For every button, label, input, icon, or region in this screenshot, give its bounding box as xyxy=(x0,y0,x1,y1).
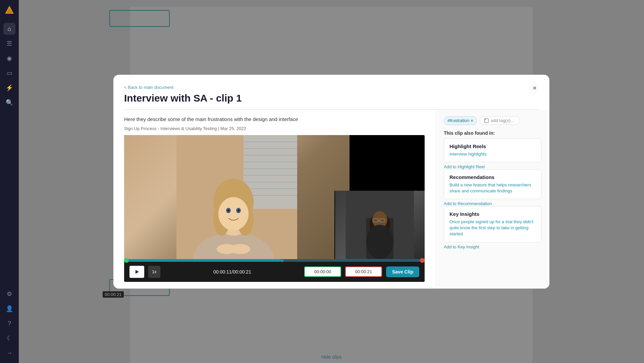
recommendations-title: Recommendations xyxy=(449,174,536,180)
svg-marker-33 xyxy=(136,270,139,274)
video-container: 1x 00:00:11/00:00:21 Save Clip xyxy=(124,135,425,282)
sidebar: ⌂ ☰ ◉ ▭ ⚡ 🔍 ⚙ 👤 ? ☾ → xyxy=(0,0,19,363)
sidebar-item-help[interactable]: ? xyxy=(3,317,15,329)
sidebar-item-insights[interactable]: ◉ xyxy=(3,52,15,64)
tag-chip-frustration[interactable]: #frustration × xyxy=(444,116,477,125)
sidebar-item-document[interactable]: ☰ xyxy=(3,38,15,50)
add-tag-placeholder: add tag(s)... xyxy=(491,118,514,123)
tag-chip-label: #frustration xyxy=(447,118,469,123)
progress-start-marker[interactable] xyxy=(124,258,129,263)
add-tag-input[interactable]: add tag(s)... xyxy=(480,116,520,125)
highlight-reels-card: Highlight Reels Interview highlights xyxy=(444,138,541,162)
add-to-recommendation-link[interactable]: Add to Recommendation xyxy=(444,201,541,206)
video-controls: 1x 00:00:11/00:00:21 Save Clip xyxy=(124,262,425,282)
progress-fill xyxy=(124,259,280,262)
tags-row: #frustration × add tag(s)... xyxy=(444,116,541,125)
time-display: 00:00:11/00:00:21 xyxy=(164,269,300,275)
play-icon xyxy=(134,269,140,275)
main-area: 00:00:21 Hide clips < Back to main docum… xyxy=(19,0,644,363)
clip-modal: < Back to main document Interview with S… xyxy=(113,75,549,289)
modal-title: Interview with SA - clip 1 xyxy=(124,93,539,104)
svg-point-18 xyxy=(218,197,249,231)
back-link[interactable]: < Back to main document xyxy=(124,85,173,90)
sidebar-item-notes[interactable]: ▭ xyxy=(3,67,15,79)
clip-start-input[interactable] xyxy=(304,266,341,277)
sidebar-item-profile[interactable]: 👤 xyxy=(3,303,15,315)
modal-body: Here they describe some of the main frus… xyxy=(113,110,549,289)
clip-meta: Sign Up Process - Interviews & Usability… xyxy=(124,126,425,131)
key-insights-card: Key Insights Once people signed up for a… xyxy=(444,206,541,242)
sidebar-item-activity[interactable]: ⚡ xyxy=(3,82,15,94)
modal-header: < Back to main document Interview with S… xyxy=(113,75,549,109)
modal-overlay: < Back to main document Interview with S… xyxy=(19,0,644,363)
svg-point-21 xyxy=(227,209,229,211)
left-panel: Here they describe some of the main frus… xyxy=(113,110,435,289)
sidebar-item-settings[interactable]: ⚙ xyxy=(3,288,15,300)
highlight-reels-link[interactable]: Interview highlights xyxy=(449,151,536,157)
svg-rect-34 xyxy=(484,119,488,123)
add-to-key-insight-link[interactable]: Add to Key Insight xyxy=(444,244,541,249)
svg-point-35 xyxy=(485,119,486,120)
key-insights-link[interactable]: Once people signed up for a trial they d… xyxy=(449,219,536,237)
secondary-person-silhouette xyxy=(335,191,425,259)
video-main-person xyxy=(124,135,350,259)
tag-chip-remove-icon[interactable]: × xyxy=(471,118,473,123)
sidebar-item-home[interactable]: ⌂ xyxy=(3,23,15,35)
found-in-section: This clip also found in: Highlight Reels… xyxy=(444,130,541,249)
close-button[interactable]: × xyxy=(529,83,540,94)
progress-current-marker[interactable] xyxy=(280,259,284,262)
recommendations-card: Recommendations Build a new feature that… xyxy=(444,169,541,199)
right-panel: #frustration × add tag(s)... xyxy=(435,110,549,289)
tag-icon xyxy=(484,118,489,123)
clip-end-input[interactable] xyxy=(345,266,382,277)
save-clip-button[interactable]: Save Clip xyxy=(386,266,419,277)
main-person-silhouette xyxy=(176,135,297,259)
video-frame xyxy=(124,135,425,259)
svg-point-22 xyxy=(237,209,239,211)
speed-button[interactable]: 1x xyxy=(148,266,160,278)
found-in-title: This clip also found in: xyxy=(444,130,541,136)
svg-point-32 xyxy=(366,225,393,259)
video-secondary-person xyxy=(334,191,425,259)
svg-point-24 xyxy=(230,244,250,254)
key-insights-title: Key Insights xyxy=(449,211,536,217)
highlight-reels-title: Highlight Reels xyxy=(449,143,536,149)
progress-end-marker[interactable] xyxy=(420,258,425,263)
recommendations-link[interactable]: Build a new feature that helps researche… xyxy=(449,182,536,194)
app-logo xyxy=(3,4,15,16)
video-progress-bar[interactable] xyxy=(124,259,425,262)
sidebar-item-search[interactable]: 🔍 xyxy=(3,97,15,109)
add-to-highlight-reel-link[interactable]: Add to Highlight Reel xyxy=(444,164,541,169)
play-button[interactable] xyxy=(129,266,144,278)
sidebar-item-darkmode[interactable]: ☾ xyxy=(3,332,15,344)
sidebar-item-export[interactable]: → xyxy=(3,347,15,359)
clip-description: Here they describe some of the main frus… xyxy=(124,116,425,122)
